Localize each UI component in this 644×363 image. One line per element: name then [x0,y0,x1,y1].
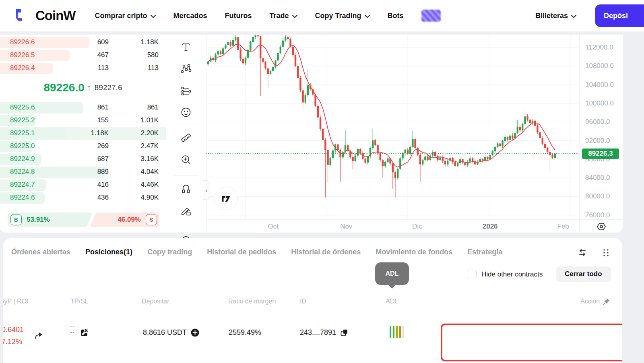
price-tick: 96000.0 [585,118,610,126]
buy-ratio-zone: B 53.91% [8,212,93,227]
price-up-arrow-icon: ↑ [87,82,91,93]
amount: 436 [97,194,109,202]
price: 89225.0 [10,142,35,150]
sell-badge: S [146,214,157,225]
promo-badge-blurred[interactable] [421,10,441,22]
nav-item-mercados[interactable]: Mercados [173,12,207,20]
bid-row[interactable]: 89224.74164.46K [0,179,166,192]
tab-posiciones-1[interactable]: Posiciones(1) [85,248,132,256]
buy-badge: B [10,214,22,225]
total: 4.04K [141,168,159,176]
trading-app: CoinW Comprar criptoMercadosFuturosTrade… [0,0,644,363]
magnet-tool-icon[interactable] [180,182,192,194]
total: 2.47K [141,142,159,150]
bid-row[interactable]: 89225.6861861 [0,101,166,114]
tradingview-logo[interactable] [215,187,238,210]
xabcd-pattern-tool-icon[interactable] [180,63,192,75]
position-row: 0.6401 7.12% -- -- 8.8616 USDT [3,317,622,361]
ask-row[interactable]: 89226.5467580 [0,49,166,62]
column-header: Depositar [142,298,169,305]
toolbar-collapse-chevron[interactable]: ‹ [203,180,210,200]
adl-bar [402,326,404,338]
nav-item-label: Comprar cripto [95,12,147,20]
adl-tooltip: ADL [375,262,409,285]
adl-bar [393,326,394,338]
time-tick-oct: Oct [259,223,287,231]
ask-row[interactable]: 89226.4113113 [0,62,166,75]
toolbar-divider [174,124,198,124]
column-header: Ratio de margen [228,298,276,305]
copy-id-icon[interactable] [340,329,348,337]
amount: 155 [97,116,109,124]
tab-movimiento-de-fondos[interactable]: Movimiento de fondos [376,248,452,256]
hidden-tool-icon[interactable] [180,227,192,239]
buy-percent: 53.91% [27,216,50,224]
drawing-lock-tool-icon[interactable] [180,204,192,217]
bid-row[interactable]: 89225.11.18K2.20K [0,127,166,140]
column-header: ADL [386,298,398,305]
axis-settings-icon[interactable] [596,221,607,232]
candlestick-chart[interactable] [206,35,579,219]
total: 4.46K [141,181,159,189]
amount: 1.18K [91,129,109,137]
price-tick: 104000.0 [585,81,614,89]
transfer-icon[interactable] [578,248,587,258]
emoji-tool-icon[interactable] [180,106,192,118]
total: 3.16K [141,155,159,163]
total: 580 [147,51,159,59]
tab-órdenes-abiertas[interactable]: Órdenes abiertas [11,248,70,256]
id-cell: 243....7891 [300,328,348,337]
tab-copy-trading[interactable]: Copy trading [147,248,192,256]
hide-contracts-label: Hide other contracts [481,270,543,278]
price-tick: 76000.0 [585,211,610,219]
time-axis[interactable]: OctNovDic2026Feb [206,219,579,233]
tab-historial-de-órdenes[interactable]: Historial de órdenes [291,248,361,256]
sl-value: -- [70,329,75,336]
layout-grid-icon[interactable] [602,248,611,257]
price-axis[interactable]: 112000.0108000.0104000.0100000.096000.09… [579,35,623,219]
bid-row[interactable]: 89225.21551.01K [0,114,166,127]
nav-item-bots[interactable]: Bots [388,12,404,20]
share-pnl-icon[interactable] [34,331,43,340]
tpsl-cell: -- -- [70,323,75,336]
current-price-label: 89226.3 [582,148,619,159]
coinw-logo[interactable]: CoinW [12,6,75,25]
nav-item-comprar-cripto[interactable]: Comprar cripto [95,12,155,20]
tab-historial-de-pedidos[interactable]: Historial de pedidos [207,248,276,256]
add-margin-icon[interactable] [191,328,199,337]
price: 89224.6 [10,194,35,202]
ask-row[interactable]: 89226.66091.18K [0,36,166,49]
tab-estrategia[interactable]: Estrategia [467,248,502,256]
chevron-down-icon [151,15,156,18]
nav-item-futuros[interactable]: Futuros [225,12,252,20]
price-tick: 100000.0 [585,99,614,107]
hide-contracts-checkbox[interactable] [467,270,477,279]
deposit-cell: 8.8616 USDT [143,328,199,337]
zoom-in-tool-icon[interactable] [180,154,192,166]
tp-value: -- [70,323,75,329]
bid-row[interactable]: 89224.96873.16K [0,153,166,166]
sell-percent: 46.09% [118,216,141,224]
ruler-tool-icon[interactable] [180,131,192,143]
nav-item-label: Bots [388,12,404,20]
projection-tool-icon[interactable] [180,85,192,97]
bid-row[interactable]: 89225.02692.47K [0,140,166,153]
price-tick: 112000.0 [585,43,613,52]
bid-row[interactable]: 89224.88894.04K [0,166,166,179]
panel-tabs: Órdenes abiertasPosiciones(1)Copy tradin… [11,248,517,256]
close-all-button[interactable]: Cerrar todo [556,266,611,282]
price: 89224.9 [10,155,35,163]
nav-item-copy-trading[interactable]: Copy Trading [315,12,370,20]
edit-tpsl-icon[interactable] [80,328,89,337]
nav-item-billeteras[interactable]: Billeteras [535,12,576,20]
time-tick-feb: Feb [549,223,577,231]
amount: 687 [97,155,109,163]
bid-row[interactable]: 89224.64364.90K [0,192,166,204]
price: 89225.6 [10,103,35,111]
text-tool-icon[interactable] [180,41,192,53]
pin-icon[interactable] [603,298,610,305]
adl-bar [390,326,391,338]
total: 861 [147,103,159,111]
nav-item-trade[interactable]: Trade [270,12,297,20]
deposit-button[interactable]: Depósi [595,4,644,27]
